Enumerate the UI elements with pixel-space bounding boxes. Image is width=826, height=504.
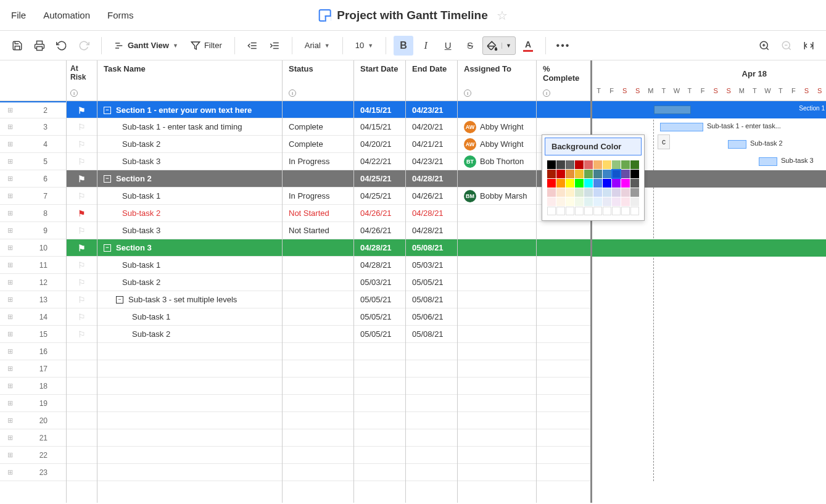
gantt-row[interactable] <box>592 360 826 378</box>
end-cell[interactable]: 04/26/21 <box>406 188 457 205</box>
at-risk-cell[interactable]: ⚑ <box>67 239 97 257</box>
column-header-assigned[interactable]: Assigned Toi <box>458 60 536 101</box>
task-cell[interactable]: −Section 3 <box>97 239 282 257</box>
end-cell[interactable]: 04/21/21 <box>406 136 457 153</box>
status-cell[interactable]: Complete <box>283 136 353 153</box>
start-cell[interactable]: 04/28/21 <box>354 239 405 257</box>
menu-forms[interactable]: Forms <box>107 10 134 20</box>
comp-cell[interactable] <box>537 326 590 343</box>
assign-cell[interactable] <box>458 101 536 118</box>
end-cell[interactable]: 04/23/21 <box>406 153 457 170</box>
expand-columns-button[interactable] <box>799 36 819 56</box>
row-number[interactable]: ⊞3 <box>0 118 66 136</box>
status-cell[interactable] <box>283 239 353 257</box>
color-swatch[interactable] <box>547 188 556 197</box>
at-risk-cell[interactable]: ⚑ <box>67 170 97 188</box>
gantt-row[interactable] <box>592 274 826 291</box>
document-title[interactable]: Project with Gantt Timeline <box>337 9 488 22</box>
gantt-row[interactable] <box>592 343 826 360</box>
row-number[interactable]: ⊞19 <box>0 395 66 412</box>
color-swatch[interactable] <box>566 188 574 197</box>
task-cell[interactable]: Sub-task 3 <box>97 153 282 170</box>
color-swatch[interactable] <box>621 179 630 188</box>
color-swatch[interactable] <box>575 170 584 178</box>
task-cell[interactable]: −Section 2 <box>97 170 282 188</box>
assign-cell[interactable] <box>458 291 536 308</box>
start-cell[interactable] <box>354 429 405 447</box>
row-number[interactable]: ⊞15 <box>0 326 66 343</box>
gantt-row[interactable] <box>592 239 826 257</box>
color-swatch[interactable] <box>556 207 565 215</box>
end-cell[interactable] <box>406 429 457 447</box>
status-cell[interactable]: In Progress <box>283 153 353 170</box>
comp-cell[interactable] <box>537 291 590 308</box>
task-cell[interactable]: −Sub-task 3 - set multiple levels <box>97 291 282 308</box>
task-cell[interactable]: Sub-task 1 <box>97 188 282 205</box>
status-cell[interactable]: Not Started <box>283 222 353 239</box>
start-cell[interactable] <box>354 360 405 378</box>
column-header-atrisk[interactable]: At Risk i <box>67 60 97 101</box>
start-cell[interactable] <box>354 395 405 412</box>
color-swatch[interactable] <box>612 170 621 178</box>
gantt-row[interactable] <box>592 291 826 308</box>
color-swatch[interactable] <box>612 207 621 215</box>
color-swatch[interactable] <box>566 207 574 215</box>
at-risk-cell[interactable]: ⚐ <box>67 308 97 326</box>
comp-cell[interactable] <box>537 360 590 378</box>
assign-cell[interactable] <box>458 170 536 188</box>
task-cell[interactable]: −Section 1 - enter your own text here <box>97 101 282 118</box>
start-cell[interactable]: 05/05/21 <box>354 291 405 308</box>
end-cell[interactable] <box>406 395 457 412</box>
strikethrough-button[interactable]: S <box>460 36 480 56</box>
start-cell[interactable] <box>354 378 405 395</box>
column-header-end[interactable]: End Date <box>406 60 457 101</box>
assign-cell[interactable] <box>458 412 536 429</box>
comp-cell[interactable] <box>537 343 590 360</box>
status-cell[interactable] <box>283 257 353 274</box>
row-number[interactable]: ⊞11 <box>0 257 66 274</box>
at-risk-cell[interactable]: ⚑ <box>67 101 97 118</box>
more-button[interactable]: ••• <box>553 36 573 56</box>
at-risk-cell[interactable]: ⚐ <box>67 222 97 239</box>
assign-cell[interactable] <box>458 378 536 395</box>
start-cell[interactable]: 05/05/21 <box>354 308 405 326</box>
column-header-complete[interactable]: % Completei <box>537 60 590 101</box>
start-cell[interactable] <box>354 464 405 481</box>
assign-cell[interactable] <box>458 274 536 291</box>
color-swatch[interactable] <box>630 170 639 178</box>
gantt-row[interactable] <box>592 378 826 395</box>
comp-cell[interactable] <box>537 274 590 291</box>
redo-button[interactable] <box>74 36 94 56</box>
at-risk-cell[interactable] <box>67 447 97 464</box>
row-number[interactable]: ⊞9 <box>0 222 66 239</box>
status-cell[interactable]: Complete <box>283 118 353 136</box>
gantt-row[interactable] <box>592 257 826 274</box>
end-cell[interactable]: 05/06/21 <box>406 308 457 326</box>
at-risk-cell[interactable]: ⚐ <box>67 188 97 205</box>
task-cell[interactable] <box>97 343 282 360</box>
gantt-row[interactable] <box>592 464 826 481</box>
text-color-button[interactable]: A <box>518 36 538 56</box>
at-risk-cell[interactable]: ⚑ <box>67 205 97 222</box>
indent-button[interactable] <box>265 36 284 56</box>
row-number[interactable]: ⊞10 <box>0 239 66 257</box>
at-risk-cell[interactable]: ⚐ <box>67 136 97 153</box>
color-swatch[interactable] <box>575 207 584 215</box>
color-swatch[interactable] <box>603 188 611 197</box>
color-swatch[interactable] <box>603 207 611 215</box>
menu-automation[interactable]: Automation <box>43 10 90 20</box>
status-cell[interactable] <box>283 412 353 429</box>
color-swatch[interactable] <box>556 179 565 188</box>
task-cell[interactable]: Sub-task 2 <box>97 326 282 343</box>
start-cell[interactable]: 04/28/21 <box>354 257 405 274</box>
gantt-row[interactable] <box>592 308 826 326</box>
status-cell[interactable] <box>283 429 353 447</box>
task-cell[interactable] <box>97 395 282 412</box>
at-risk-cell[interactable] <box>67 360 97 378</box>
task-cell[interactable]: Sub-task 1 <box>97 257 282 274</box>
color-swatch[interactable] <box>593 188 602 197</box>
color-swatch[interactable] <box>630 179 639 188</box>
color-swatch[interactable] <box>547 160 556 169</box>
start-cell[interactable]: 04/25/21 <box>354 170 405 188</box>
end-cell[interactable] <box>406 464 457 481</box>
